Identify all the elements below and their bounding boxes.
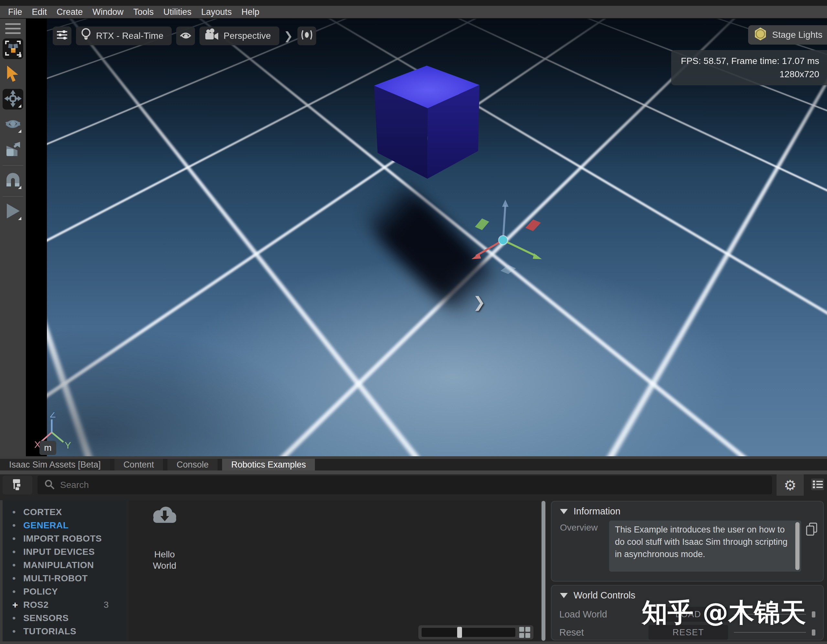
- overview-scrollbar[interactable]: [795, 522, 799, 570]
- menu-create[interactable]: Create: [52, 6, 87, 18]
- scale-tool-button[interactable]: [3, 139, 23, 160]
- select-tool-button[interactable]: [3, 64, 23, 84]
- stage-light-icon: [753, 27, 768, 43]
- row-divider-line: [734, 632, 806, 633]
- overview-textbox[interactable]: This Example introduces the user on how …: [609, 521, 801, 572]
- tab-console[interactable]: Console: [167, 459, 218, 470]
- collapse-triangle-icon[interactable]: [560, 509, 568, 514]
- rotate-tool-button[interactable]: [3, 114, 23, 135]
- menu-window[interactable]: Window: [87, 6, 128, 18]
- move-icon: [4, 90, 22, 109]
- thumbnail-size-slider[interactable]: [418, 625, 534, 639]
- scale-icon: [5, 140, 21, 159]
- menu-tools[interactable]: Tools: [128, 6, 158, 18]
- blue-cube[interactable]: [365, 63, 482, 183]
- overview-text: This Example introduces the user on how …: [615, 524, 790, 560]
- toolbar-drag-handle[interactable]: [5, 23, 21, 34]
- slider-thumb[interactable]: [457, 627, 462, 638]
- sidebar-item-sensors[interactable]: • SENSORS: [3, 611, 126, 625]
- eye-icon: [179, 29, 192, 43]
- menu-bar: File Edit Create Window Tools Utilities …: [0, 6, 827, 19]
- row-drag-handle[interactable]: [812, 611, 815, 618]
- sidebar-item-policy[interactable]: • POLICY: [3, 585, 126, 598]
- sidebar-item-general[interactable]: • GENERAL: [3, 519, 126, 532]
- render-settings-button[interactable]: [53, 26, 72, 45]
- vertical-scrollbar[interactable]: [541, 500, 546, 641]
- scrollbar-thumb[interactable]: [541, 501, 545, 641]
- list-view-button[interactable]: [808, 476, 827, 495]
- tab-content[interactable]: Content: [114, 459, 163, 470]
- hierarchy-view-button[interactable]: [3, 476, 32, 495]
- grid-view-icon[interactable]: [519, 627, 530, 638]
- sidebar-item-ros2[interactable]: + ROS2 3: [3, 598, 126, 611]
- cursor-icon: [5, 65, 21, 83]
- svg-text:Y: Y: [65, 440, 71, 450]
- sidebar-item-tutorials[interactable]: • TUTORIALS: [3, 625, 126, 638]
- snap-tool-button[interactable]: [3, 170, 23, 191]
- transform-gizmo[interactable]: [459, 187, 563, 285]
- examples-grid: Hello World: [129, 500, 546, 641]
- bullet-icon: •: [12, 613, 23, 624]
- information-header[interactable]: Information: [552, 501, 823, 517]
- search-icon: [44, 479, 55, 491]
- menu-edit[interactable]: Edit: [27, 6, 52, 18]
- play-button[interactable]: [3, 201, 23, 222]
- sidebar-item-manipulation[interactable]: • MANIPULATION: [3, 558, 126, 572]
- sidebar-item-input-devices[interactable]: • INPUT DEVICES: [3, 545, 126, 558]
- window-bottom-strip: [0, 641, 827, 644]
- tab-isaac-sim-assets[interactable]: Isaac Sim Assets [Beta]: [0, 459, 110, 470]
- item-count-badge: 3: [103, 600, 122, 610]
- tab-robotics-examples[interactable]: Robotics Examples: [222, 459, 315, 470]
- audio-button[interactable]: [297, 26, 316, 45]
- toolbar-chevron-icon[interactable]: [284, 30, 293, 42]
- units-badge[interactable]: m: [39, 441, 56, 455]
- search-input[interactable]: Search: [37, 476, 772, 495]
- search-placeholder: Search: [60, 480, 89, 490]
- rotate-icon: [4, 116, 22, 133]
- menu-help[interactable]: Help: [237, 6, 264, 18]
- stage-lights-label: Stage Lights: [772, 30, 822, 40]
- panel-tabs: Isaac Sim Assets [Beta] Content Console …: [0, 456, 827, 470]
- cloud-download-icon: [149, 506, 180, 530]
- categories-sidebar: • CORTEX • GENERAL • IMPORT ROBOTS • INP…: [0, 500, 126, 641]
- 3d-viewport[interactable]: RTX - Real-Time: [26, 19, 827, 456]
- window-top-strip: [0, 0, 827, 6]
- gizmo-expand-chevron-icon[interactable]: [473, 293, 485, 311]
- magnet-icon: [5, 172, 21, 189]
- visibility-button[interactable]: [176, 26, 195, 45]
- settings-button[interactable]: [777, 474, 804, 496]
- bullet-icon: •: [12, 546, 23, 557]
- search-row: Search: [0, 474, 827, 496]
- overview-label: Overview: [560, 521, 609, 572]
- list-view-icon: [810, 478, 825, 492]
- selection-mode-button[interactable]: [3, 39, 23, 59]
- viewport-render-area[interactable]: RTX - Real-Time: [47, 19, 827, 456]
- toolbar-separator: [3, 196, 23, 197]
- copy-icon[interactable]: [805, 521, 819, 572]
- svg-text:Z: Z: [50, 412, 56, 419]
- fps-overlay: FPS: 58.57, Frame time: 17.07 ms 1280x72…: [671, 50, 827, 85]
- menu-layouts[interactable]: Layouts: [196, 6, 237, 18]
- move-tool-button[interactable]: [3, 89, 23, 110]
- stage-lights-button[interactable]: Stage Lights: [748, 25, 827, 45]
- slider-track[interactable]: [421, 628, 515, 637]
- bullet-icon: •: [12, 586, 23, 597]
- watermark-text: 知乎 @木锦天: [642, 596, 806, 630]
- sidebar-item-cortex[interactable]: • CORTEX: [3, 506, 126, 519]
- renderer-selector[interactable]: RTX - Real-Time: [76, 26, 172, 45]
- toolbar-separator: [3, 165, 23, 166]
- row-drag-handle[interactable]: [812, 630, 815, 636]
- expand-plus-icon[interactable]: +: [12, 599, 23, 610]
- collapse-triangle-icon[interactable]: [560, 593, 568, 598]
- bullet-icon: •: [12, 520, 23, 531]
- bullet-icon: •: [12, 573, 23, 584]
- information-section: Information Overview This Example introd…: [551, 501, 824, 582]
- sliders-icon: [56, 29, 68, 43]
- sidebar-item-multi-robot[interactable]: • MULTI-ROBOT: [3, 572, 126, 585]
- menu-utilities[interactable]: Utilities: [158, 6, 196, 18]
- example-hello-world[interactable]: Hello World: [137, 506, 192, 571]
- sidebar-item-import-robots[interactable]: • IMPORT ROBOTS: [3, 532, 126, 545]
- menu-file[interactable]: File: [3, 6, 27, 18]
- fps-line: FPS: 58.57, Frame time: 17.07 ms: [681, 54, 819, 68]
- camera-selector[interactable]: Perspective: [200, 26, 279, 45]
